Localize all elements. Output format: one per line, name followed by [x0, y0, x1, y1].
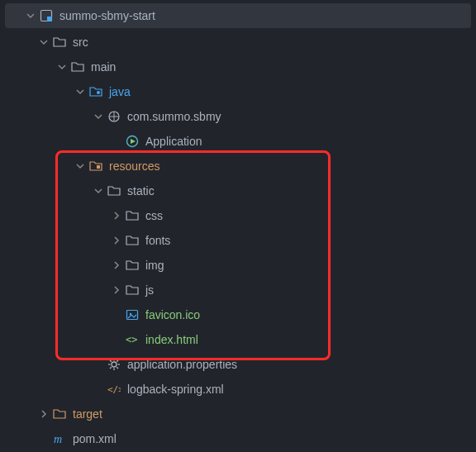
- item-label: application.properties: [127, 352, 237, 377]
- root-label: summo-sbmy-start: [60, 3, 155, 28]
- tree-item-resources[interactable]: resources: [0, 154, 476, 178]
- item-label: Application: [145, 129, 202, 154]
- item-label: src: [73, 30, 88, 55]
- maven-icon: [51, 432, 68, 445]
- item-label: main: [91, 55, 116, 79]
- chevron-down-icon: [91, 112, 106, 121]
- class-runnable-icon: [124, 135, 140, 148]
- folder-icon: [51, 36, 68, 49]
- item-label: pom.xml: [73, 426, 117, 451]
- html-file-icon: [124, 333, 140, 346]
- tree-item-appprops[interactable]: application.properties: [0, 352, 476, 377]
- folder-icon: [51, 407, 68, 421]
- tree-item-application[interactable]: Application: [0, 129, 476, 154]
- chevron-down-icon: [73, 88, 88, 96]
- item-label: css: [145, 203, 163, 228]
- folder-resources-icon: [88, 159, 104, 173]
- tree-item-fonts[interactable]: fonts: [0, 228, 476, 253]
- tree-item-img[interactable]: img: [0, 253, 476, 278]
- module-icon: [38, 9, 55, 22]
- xml-file-icon: [106, 383, 122, 396]
- tree-item-target[interactable]: target: [0, 402, 476, 426]
- chevron-right-icon: [109, 212, 124, 220]
- package-icon: [106, 110, 122, 123]
- chevron-right-icon: [36, 410, 51, 418]
- tree-item-src[interactable]: src: [0, 30, 476, 55]
- item-label: logback-spring.xml: [127, 377, 224, 402]
- tree-item-index[interactable]: index.html: [0, 327, 476, 352]
- chevron-right-icon: [109, 236, 124, 245]
- chevron-down-icon: [91, 187, 106, 195]
- tree-item-static[interactable]: static: [0, 178, 476, 203]
- tree-item-css[interactable]: css: [0, 203, 476, 228]
- folder-icon: [124, 259, 140, 272]
- tree-item-java[interactable]: java: [0, 79, 476, 104]
- item-label: static: [127, 178, 155, 203]
- tree-item-logback[interactable]: logback-spring.xml: [0, 377, 476, 402]
- folder-icon: [124, 283, 140, 297]
- tree-item-pom[interactable]: pom.xml: [0, 426, 476, 451]
- item-label: img: [145, 253, 164, 278]
- folder-icon: [124, 209, 140, 222]
- chevron-right-icon: [109, 286, 124, 294]
- folder-icon: [106, 184, 122, 197]
- item-label: com.summo.sbmy: [127, 104, 221, 129]
- gear-icon: [106, 358, 122, 371]
- folder-source-icon: [88, 85, 104, 98]
- tree-item-package[interactable]: com.summo.sbmy: [0, 104, 476, 129]
- chevron-down-icon: [23, 12, 38, 20]
- tree-item-main[interactable]: main: [0, 55, 476, 79]
- chevron-down-icon: [55, 63, 69, 71]
- item-label: js: [145, 278, 154, 302]
- chevron-down-icon: [36, 38, 51, 46]
- tree-item-js[interactable]: js: [0, 278, 476, 302]
- item-label: java: [109, 79, 131, 104]
- folder-icon: [124, 234, 140, 247]
- image-file-icon: [124, 308, 140, 321]
- item-label: fonts: [145, 228, 170, 253]
- tree-item-favicon[interactable]: favicon.ico: [0, 302, 476, 327]
- chevron-down-icon: [73, 162, 88, 170]
- item-label: index.html: [145, 327, 198, 352]
- tree-root[interactable]: summo-sbmy-start: [5, 3, 471, 28]
- folder-icon: [69, 60, 86, 74]
- item-label: favicon.ico: [145, 302, 200, 327]
- item-label: resources: [109, 154, 159, 178]
- item-label: target: [73, 402, 102, 426]
- chevron-right-icon: [109, 261, 124, 269]
